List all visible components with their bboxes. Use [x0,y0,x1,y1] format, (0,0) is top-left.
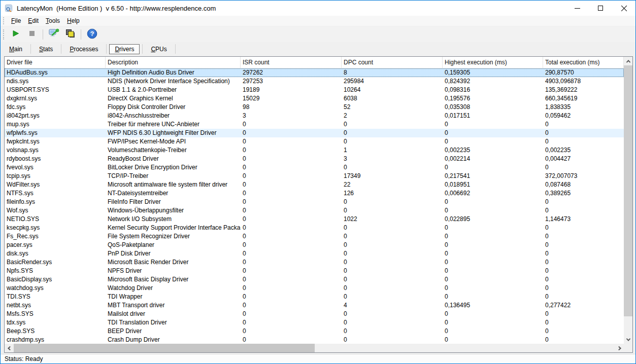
column-header-description[interactable]: Description [106,57,241,68]
menu-item-help[interactable]: Help [63,16,83,25]
cell: 126 [342,189,443,198]
help-icon: ? [87,28,97,41]
menu-item-edit[interactable]: Edit [24,16,42,25]
table-row-BasicRender.sys[interactable]: BasicRender.sysMicrosoft Basic Render Dr… [5,258,624,267]
table-row-fwpkclnt.sys[interactable]: fwpkclnt.sysFWP/IPsec Kernel-Mode API000… [5,137,624,146]
cell: 0 [241,120,342,129]
table-row-BasicDisplay.sys[interactable]: BasicDisplay.sysMicrosoft Basic Display … [5,275,624,284]
close-button[interactable] [612,1,635,16]
scroll-up-button[interactable] [624,57,632,65]
tab-drivers[interactable]: Drivers [109,44,140,54]
cell: 0 [241,189,342,198]
cell: USBPORT.SYS [5,86,106,94]
options-button[interactable] [46,27,61,41]
table-main: Driver fileDescriptionISR countDPC count… [5,57,632,344]
maximize-button[interactable] [589,1,612,16]
cell: NETIO.SYS [5,215,106,224]
menu-item-file[interactable]: File [8,16,24,25]
table-row-HDAudBus.sys[interactable]: HDAudBus.sysHigh Definition Audio Bus Dr… [5,68,624,77]
table-row-mup.sys[interactable]: mup.sysTreiber für mehrere UNC-Anbieter0… [5,120,624,129]
table-row-NTFS.sys[interactable]: NTFS.sysNT-Dateisystemtreiber01260,00669… [5,189,624,198]
cell: 0,824392 [443,77,543,86]
column-header-dpc-count[interactable]: DPC count [342,57,443,68]
table-row-disk.sys[interactable]: disk.sysPnP Disk Driver0000 [5,249,624,258]
table-row-fileinfo.sys[interactable]: fileinfo.sysFileInfo Filter Driver0000 [5,198,624,206]
table-row-ksecpkg.sys[interactable]: ksecpkg.sysKernel Security Support Provi… [5,224,624,232]
column-header-highest-execution-ms[interactable]: Highest execution (ms) [443,57,543,68]
table-row-NETIO.SYS[interactable]: NETIO.SYSNetwork I/O Subsystem010220,022… [5,215,624,224]
cell: 0 [443,318,543,327]
table-row-rdyboost.sys[interactable]: rdyboost.sysReadyBoost Driver030,0022140… [5,155,624,163]
cell: 372,007073 [543,172,624,180]
cell: BEEP Driver [106,327,241,336]
cell: fvevol.sys [5,163,106,172]
start-monitor-button[interactable] [8,27,23,41]
scroll-down-button[interactable] [624,335,632,344]
tab-stats[interactable]: Stats [34,44,58,54]
table-row-Msfs.SYS[interactable]: Msfs.SYSMailslot driver0000 [5,310,624,318]
table-row-tcpip.sys[interactable]: tcpip.sysTCP/IP-Treiber0173490,217541372… [5,172,624,180]
table-row-fvevol.sys[interactable]: fvevol.sysBitLocker Drive Encryption Dri… [5,163,624,172]
cell: crashdmp.sys [5,336,106,344]
table-row-TDI.SYS[interactable]: TDI.SYSTDI Wrapper0000 [5,293,624,301]
vertical-scroll-thumb[interactable] [624,65,632,316]
cell: BitLocker Drive Encryption Driver [106,163,241,172]
table-row-ndis.sys[interactable]: ndis.sysNDIS (Network Driver Interface S… [5,77,624,86]
tab-processes[interactable]: Processes [64,44,104,54]
table-row-pacer.sys[interactable]: pacer.sysQoS-Paketplaner0000 [5,241,624,249]
table-row-crashdmp.sys[interactable]: crashdmp.sysCrash Dump Driver0000 [5,336,624,344]
cell: PnP Disk Driver [106,249,241,258]
cell: 0 [241,180,342,189]
table-row-dxgkrnl.sys[interactable]: dxgkrnl.sysDirectX Graphics Kernel150296… [5,94,624,103]
table-row-WdFilter.sys[interactable]: WdFilter.sysMicrosoft antimalware file s… [5,180,624,189]
horizontal-scroll-track[interactable] [13,344,615,352]
cell: 297253 [241,77,342,86]
cell: FWP/IPsec Kernel-Mode API [106,137,241,146]
vertical-scrollbar[interactable] [624,57,632,344]
table-row-fdc.sys[interactable]: fdc.sysFloppy Disk Controller Driver9852… [5,103,624,112]
column-header-driver-file[interactable]: Driver file [5,57,106,68]
table-row-Fs_Rec.sys[interactable]: Fs_Rec.sysFile System Recognizer Driver0… [5,232,624,241]
stop-monitor-button[interactable] [24,27,40,41]
cell: Treiber für mehrere UNC-Anbieter [106,120,241,129]
table-row-USBPORT.SYS[interactable]: USBPORT.SYSUSB 1.1 & 2.0-Porttreiber1918… [5,86,624,94]
table-row-Beep.SYS[interactable]: Beep.SYSBEEP Driver0000 [5,327,624,336]
tab-separator [175,44,176,54]
scroll-right-button[interactable] [615,344,624,352]
scroll-left-button[interactable] [5,344,13,352]
vertical-scroll-track[interactable] [624,65,632,335]
tab-cpus[interactable]: CPUs [145,44,172,54]
cell: 0,006692 [443,189,543,198]
title-bar: LatencyMon (Home Edition ) v 6.50 - http… [1,1,635,16]
cell: 0 [543,206,624,215]
cell: 0 [543,284,624,293]
table-row-tdx.sys[interactable]: tdx.sysTDI Translation Driver0000 [5,318,624,327]
cell: 0 [342,120,443,129]
minimize-button[interactable] [565,1,589,16]
cell: 0 [342,267,443,275]
table-row-wfplwfs.sys[interactable]: wfplwfs.sysWFP NDIS 6.30 Lightweight Fil… [5,129,624,137]
help-button[interactable]: ? [84,27,99,41]
table-row-volsnap.sys[interactable]: volsnap.sysVolumeschattenkopie-Treiber01… [5,146,624,155]
tab-main[interactable]: Main [4,44,28,54]
table-row-Npfs.SYS[interactable]: Npfs.SYSNPFS Driver0000 [5,267,624,275]
column-header-total-execution-ms[interactable]: Total execution (ms) [543,57,624,68]
column-header-isr-count[interactable]: ISR count [241,57,342,68]
cell: 0 [543,310,624,318]
table-row-i8042prt.sys[interactable]: i8042prt.sysi8042-Anschlusstreiber320,01… [5,112,624,120]
cell: Wof.sys [5,206,106,215]
horizontal-scrollbar[interactable] [5,344,624,352]
table-body: HDAudBus.sysHigh Definition Audio Bus Dr… [5,68,624,344]
menu-item-tools[interactable]: Tools [42,16,63,25]
toolbar-gripper [3,29,5,40]
horizontal-scroll-thumb[interactable] [14,344,315,352]
cell: 0 [342,163,443,172]
cell: 0 [543,129,624,137]
cell: 297262 [241,68,342,77]
cell: 0 [241,284,342,293]
table-row-netbt.sys[interactable]: netbt.sysMBT Transport driver040,1364950… [5,301,624,310]
copy-button[interactable] [62,27,78,41]
table-row-Wof.sys[interactable]: Wof.sysWindows-Überlappungsfilter0000 [5,206,624,215]
tab-separator [61,44,61,54]
table-row-watchdog.sys[interactable]: watchdog.sysWatchdog Driver0000 [5,284,624,293]
